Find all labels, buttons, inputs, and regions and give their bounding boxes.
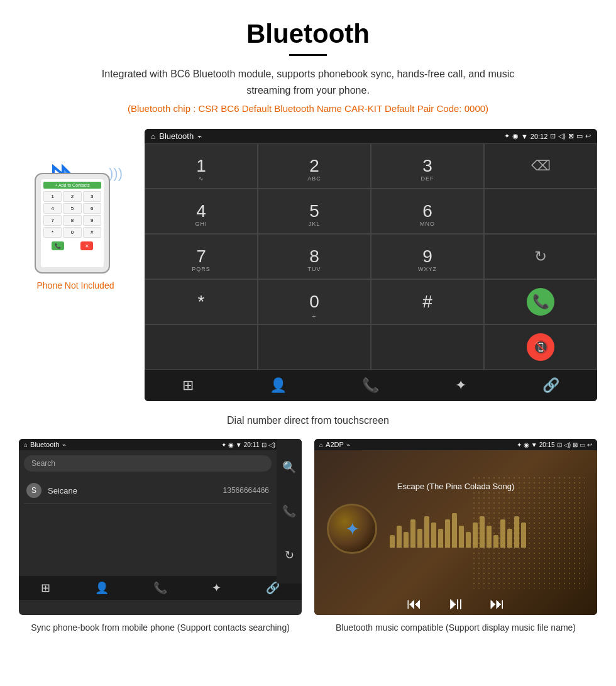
- location-icon: ◉: [512, 132, 519, 140]
- music-song-title: Escape (The Pina Colada Song): [385, 450, 527, 504]
- dial-key-7[interactable]: 7 PQRS: [145, 234, 258, 279]
- music-camera-icon[interactable]: ⊡: [557, 441, 562, 448]
- prev-track-button[interactable]: ⏮: [407, 595, 422, 612]
- pb-nav-bluetooth-icon[interactable]: ✦: [212, 581, 221, 595]
- home-icon[interactable]: ⌂: [151, 132, 155, 141]
- phone-section: ))) + Add to Contacts 1 2: [19, 129, 132, 292]
- dial-refresh-cell[interactable]: ↻: [484, 234, 597, 279]
- dial-key-0[interactable]: 0 +: [258, 279, 371, 324]
- pb-title: Bluetooth: [30, 441, 59, 448]
- nav-phone-icon[interactable]: 📞: [362, 377, 379, 394]
- dial-key-1[interactable]: 1 ∿: [145, 143, 258, 189]
- visualizer-bar: [438, 529, 443, 548]
- dial-key-5[interactable]: 5 JKL: [258, 189, 371, 234]
- pb-usb-icon: ⌁: [62, 441, 66, 448]
- pb-search-icon[interactable]: 🔍: [282, 460, 296, 474]
- visualizer-bar: [404, 532, 409, 548]
- bottom-nav: ⊞ 👤 📞 ✦ 🔗: [145, 370, 597, 401]
- dial-empty-4: [371, 324, 484, 370]
- music-usb-icon: ⌁: [346, 441, 350, 448]
- music-location-icon: ◉: [524, 441, 529, 448]
- pb-volume-icon[interactable]: ◁): [268, 441, 275, 448]
- dial-key-4[interactable]: 4 GHI: [145, 189, 258, 234]
- visualizer-bar: [431, 523, 436, 548]
- pb-camera-icon[interactable]: ⊡: [261, 441, 267, 448]
- phonebook-item: ⌂ Bluetooth ⌁ ✦ ◉ ▼ 20:11 ⊡ ◁) ⊠ ▭ ↩: [19, 439, 302, 634]
- music-screen: ⌂ A2DP ⌁ ✦ ◉ ▼ 20:15 ⊡ ◁) ⊠ ▭ ↩: [314, 439, 597, 615]
- dial-key-star[interactable]: *: [145, 279, 258, 324]
- music-volume-icon[interactable]: ◁): [564, 441, 571, 448]
- dial-key-hash[interactable]: #: [371, 279, 484, 324]
- dial-key-2[interactable]: 2 ABC: [258, 143, 371, 189]
- search-placeholder: Search: [31, 459, 55, 468]
- nav-bluetooth-icon[interactable]: ✦: [455, 377, 466, 394]
- nav-contacts-icon[interactable]: 👤: [270, 377, 287, 394]
- bluetooth-status-icon: ✦: [504, 132, 510, 140]
- visualizer-bar: [452, 513, 457, 548]
- play-pause-button[interactable]: ⏯: [447, 593, 465, 614]
- call-button[interactable]: 📞: [527, 288, 554, 316]
- back-icon[interactable]: ↩: [585, 132, 591, 140]
- dial-call-green-cell[interactable]: 📞: [484, 279, 597, 324]
- dial-end-call-cell[interactable]: 📵: [484, 324, 597, 370]
- close-icon[interactable]: ⊠: [568, 132, 574, 140]
- pb-call-icon[interactable]: 📞: [282, 504, 296, 518]
- pb-bluetooth-icon: ✦: [221, 441, 226, 448]
- search-bar[interactable]: Search: [24, 455, 272, 472]
- dial-key-9[interactable]: 9 WXYZ: [371, 234, 484, 279]
- phonebook-main: Search S Seicane 13566664466: [19, 450, 277, 576]
- music-bluetooth-icon: ✦: [517, 441, 522, 448]
- usb-icon: ⌁: [197, 132, 202, 141]
- nav-link-icon[interactable]: 🔗: [542, 377, 559, 394]
- contact-name: Seicane: [48, 486, 223, 495]
- backspace-icon: ⌫: [531, 158, 551, 174]
- contact-number: 13566664466: [223, 486, 269, 495]
- page-header: Bluetooth Integrated with BC6 Bluetooth …: [0, 0, 616, 123]
- music-close-icon[interactable]: ⊠: [573, 441, 578, 448]
- visualizer-bar: [507, 529, 512, 548]
- phonebook-caption: Sync phone-book from mobile phone (Suppo…: [19, 615, 302, 634]
- music-back-icon[interactable]: ↩: [587, 441, 592, 448]
- page-description: Integrated with BC6 Bluetooth module, su…: [88, 66, 528, 98]
- camera-icon[interactable]: ⊡: [550, 132, 556, 140]
- dial-empty-1: [484, 189, 597, 234]
- dial-key-6[interactable]: 6 MNO: [371, 189, 484, 234]
- dial-key-8[interactable]: 8 TUV: [258, 234, 371, 279]
- window-icon[interactable]: ▭: [576, 132, 583, 140]
- end-call-button[interactable]: 📵: [527, 333, 554, 361]
- dial-caption: Dial number direct from touchscreen: [0, 407, 616, 439]
- dial-backspace-cell[interactable]: ⌫: [484, 143, 597, 189]
- title-divider: [289, 54, 327, 56]
- dial-screen: ⌂ Bluetooth ⌁ ✦ ◉ ▼ 20:12 ⊡ ◁) ⊠ ▭ ↩ 1 ∿: [145, 129, 597, 401]
- next-track-button[interactable]: ⏭: [490, 595, 505, 612]
- phone-screen: + Add to Contacts 1 2 3 4 5 6 7 8 9 *: [41, 179, 104, 267]
- time-display: 20:12: [531, 133, 548, 140]
- visualizer-bar: [500, 519, 505, 548]
- pb-refresh-icon[interactable]: ↻: [285, 548, 294, 562]
- volume-icon[interactable]: ◁): [558, 132, 566, 140]
- pb-nav-contacts-icon[interactable]: 👤: [95, 581, 109, 595]
- nav-grid-icon[interactable]: ⊞: [182, 377, 194, 394]
- visualizer-bar: [424, 516, 429, 548]
- dial-key-3[interactable]: 3 DEF: [371, 143, 484, 189]
- music-window-icon[interactable]: ▭: [580, 441, 585, 448]
- pb-bottom-nav: ⊞ 👤 📞 ✦ 🔗: [19, 576, 302, 600]
- contact-avatar: S: [26, 483, 41, 498]
- visualizer-bar: [473, 523, 478, 548]
- visualizer-bar: [493, 535, 498, 548]
- bottom-section: ⌂ Bluetooth ⌁ ✦ ◉ ▼ 20:11 ⊡ ◁) ⊠ ▭ ↩: [0, 439, 616, 653]
- pb-home-icon[interactable]: ⌂: [24, 441, 28, 448]
- music-home-icon[interactable]: ⌂: [319, 441, 323, 448]
- visualizer-bar: [480, 516, 485, 548]
- phone-bottom-bar: 📞 ✕: [43, 241, 101, 250]
- refresh-icon: ↻: [534, 248, 547, 265]
- pb-nav-phone-icon[interactable]: 📞: [153, 581, 167, 595]
- visualizer-bar: [445, 519, 450, 548]
- music-visualizer: [390, 510, 585, 548]
- pb-location-icon: ◉: [228, 441, 234, 448]
- visualizer-bar: [417, 529, 422, 548]
- visualizer-bar: [397, 526, 402, 548]
- contact-row[interactable]: S Seicane 13566664466: [24, 478, 272, 504]
- wifi-signal-icon: ))): [109, 167, 123, 180]
- pb-nav-grid-icon[interactable]: ⊞: [41, 581, 50, 595]
